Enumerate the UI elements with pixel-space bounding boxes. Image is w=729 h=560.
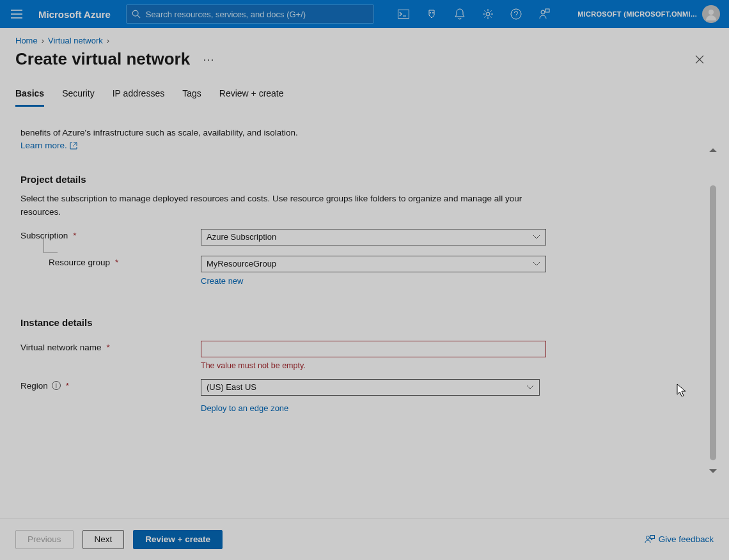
feedback-icon	[645, 535, 655, 544]
footer-bar: Previous Next Review + create Give feedb…	[0, 518, 729, 560]
caret-down-icon	[709, 468, 717, 474]
tab-review-create[interactable]: Review + create	[219, 88, 284, 107]
region-label: Region i *	[20, 379, 201, 391]
svg-rect-2	[398, 10, 409, 19]
more-actions-button[interactable]: ⋯	[203, 52, 214, 66]
tab-tags[interactable]: Tags	[182, 88, 201, 107]
svg-point-10	[646, 536, 649, 539]
menu-button[interactable]	[5, 3, 28, 26]
subscription-select[interactable]: Azure Subscription	[201, 229, 546, 245]
create-new-link[interactable]: Create new	[201, 276, 243, 286]
resource-group-label: Resource group*	[20, 256, 201, 267]
form-content: benefits of Azure's infrastructure such …	[0, 127, 729, 515]
search-input[interactable]: Search resources, services, and docs (G+…	[126, 4, 374, 24]
top-icon-group	[389, 0, 558, 28]
breadcrumb: Home › Virtual network ›	[0, 28, 729, 48]
region-select[interactable]: (US) East US	[201, 379, 540, 396]
person-feedback-icon	[538, 8, 550, 20]
svg-point-6	[511, 9, 521, 19]
svg-point-7	[541, 10, 545, 14]
avatar-icon	[705, 8, 717, 20]
vnet-name-error: The value must not be empty.	[201, 361, 546, 370]
scroll-down-button[interactable]	[709, 465, 717, 477]
top-bar: Microsoft Azure Search resources, servic…	[0, 0, 729, 28]
project-details-desc: Select the subscription to manage deploy…	[20, 192, 545, 219]
search-placeholder: Search resources, services, and docs (G+…	[146, 10, 306, 19]
svg-point-3	[430, 12, 431, 13]
help-button[interactable]	[502, 0, 530, 28]
bell-icon	[455, 8, 465, 20]
chevron-down-icon	[526, 385, 534, 390]
page-title: Create virtual network	[15, 49, 190, 69]
svg-rect-11	[650, 535, 655, 538]
external-link-icon	[70, 142, 77, 150]
title-row: Create virtual network ⋯	[0, 48, 729, 69]
vnet-name-input[interactable]	[201, 341, 546, 357]
learn-more-label: Learn more.	[20, 141, 67, 150]
info-icon[interactable]: i	[52, 381, 61, 390]
close-button[interactable]	[691, 51, 709, 68]
caret-up-icon	[709, 147, 717, 153]
chevron-down-icon	[533, 261, 540, 267]
svg-point-0	[132, 10, 138, 16]
give-feedback-label: Give feedback	[659, 534, 714, 544]
feedback-top-button[interactable]	[530, 0, 558, 28]
intro-text: benefits of Azure's infrastructure such …	[20, 127, 596, 139]
account-label[interactable]: MICROSOFT (MICROSOFT.ONMI...	[577, 10, 697, 18]
subscription-value: Azure Subscription	[207, 232, 276, 242]
next-button[interactable]: Next	[82, 530, 125, 549]
scrollbar-thumb[interactable]	[710, 185, 716, 460]
resource-group-value: MyResourceGroup	[207, 259, 276, 268]
previous-button[interactable]: Previous	[15, 530, 74, 549]
close-icon	[694, 54, 705, 65]
learn-more-link[interactable]: Learn more.	[20, 141, 77, 150]
cloud-shell-icon	[398, 10, 409, 19]
settings-button[interactable]	[474, 0, 502, 28]
chevron-right-icon: ›	[42, 36, 44, 45]
svg-point-4	[432, 12, 434, 13]
cloud-shell-button[interactable]	[389, 0, 418, 28]
project-details-heading: Project details	[20, 174, 714, 185]
chevron-right-icon: ›	[107, 36, 109, 45]
search-icon	[132, 10, 141, 19]
give-feedback-link[interactable]: Give feedback	[645, 534, 714, 544]
breadcrumb-virtual-network[interactable]: Virtual network	[48, 36, 103, 45]
scroll-up-button[interactable]	[709, 144, 717, 156]
copilot-icon	[426, 9, 437, 19]
chevron-down-icon	[533, 235, 540, 240]
hamburger-icon	[11, 10, 22, 19]
gear-icon	[482, 8, 494, 20]
svg-point-5	[486, 12, 490, 16]
resource-group-select[interactable]: MyResourceGroup	[201, 256, 546, 272]
tab-bar: Basics Security IP addresses Tags Review…	[0, 69, 729, 107]
svg-rect-8	[545, 9, 549, 12]
notifications-button[interactable]	[446, 0, 474, 28]
help-icon	[510, 8, 522, 20]
svg-line-1	[137, 15, 140, 18]
region-value: (US) East US	[207, 382, 256, 392]
svg-point-9	[709, 10, 714, 15]
vnet-name-label: Virtual network name*	[20, 341, 201, 352]
copilot-button[interactable]	[418, 0, 446, 28]
brand-label[interactable]: Microsoft Azure	[38, 9, 111, 20]
tab-basics[interactable]: Basics	[15, 88, 44, 107]
edge-zone-link[interactable]: Deploy to an edge zone	[201, 403, 288, 413]
review-create-button[interactable]: Review + create	[133, 530, 223, 549]
instance-details-heading: Instance details	[20, 317, 714, 328]
breadcrumb-home[interactable]: Home	[15, 36, 38, 45]
tab-security[interactable]: Security	[62, 88, 95, 107]
tree-connector	[43, 237, 58, 253]
avatar[interactable]	[702, 5, 720, 23]
tab-ip-addresses[interactable]: IP addresses	[113, 88, 164, 107]
